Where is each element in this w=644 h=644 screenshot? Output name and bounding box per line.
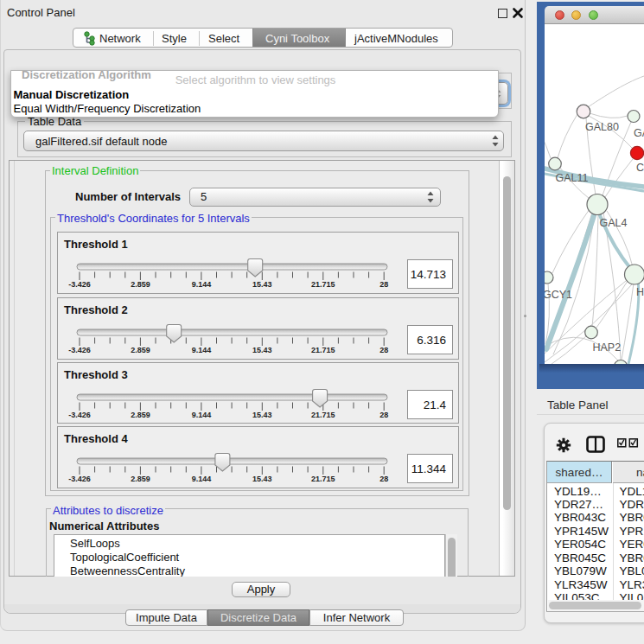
svg-text:9.144: 9.144	[192, 475, 212, 483]
svg-text:-3.426: -3.426	[68, 411, 91, 419]
svg-text:GAL80: GAL80	[585, 121, 619, 133]
svg-text:9.144: 9.144	[192, 280, 212, 289]
svg-text:2.859: 2.859	[131, 475, 150, 483]
svg-text:21.715: 21.715	[311, 280, 335, 289]
svg-text:GAL11: GAL11	[556, 172, 589, 184]
svg-text:28: 28	[379, 411, 388, 419]
svg-text:-3.426: -3.426	[68, 475, 91, 483]
svg-text:9.144: 9.144	[192, 411, 212, 419]
svg-text:GCY1: GCY1	[545, 289, 572, 301]
svg-text:15.43: 15.43	[252, 280, 272, 289]
svg-text:GAL: GAL	[634, 127, 644, 139]
svg-text:28: 28	[379, 280, 388, 289]
svg-text:2.859: 2.859	[131, 346, 150, 354]
svg-text:CD: CD	[636, 162, 644, 174]
svg-text:15.43: 15.43	[252, 346, 272, 354]
svg-text:21.715: 21.715	[311, 475, 335, 483]
svg-text:9.144: 9.144	[192, 346, 212, 354]
svg-text:28: 28	[379, 346, 388, 354]
svg-text:2.859: 2.859	[131, 280, 150, 289]
svg-text:-3.426: -3.426	[68, 346, 91, 354]
svg-text:HI: HI	[636, 286, 644, 298]
svg-text:2.859: 2.859	[131, 411, 150, 419]
svg-text:HAP2: HAP2	[593, 341, 622, 354]
svg-text:GAL4: GAL4	[600, 217, 628, 229]
svg-text:15.43: 15.43	[252, 411, 272, 419]
svg-text:-3.426: -3.426	[68, 280, 91, 289]
svg-text:21.715: 21.715	[311, 346, 335, 354]
svg-text:28: 28	[379, 475, 388, 483]
svg-text:15.43: 15.43	[252, 475, 272, 483]
svg-text:21.715: 21.715	[311, 411, 335, 419]
